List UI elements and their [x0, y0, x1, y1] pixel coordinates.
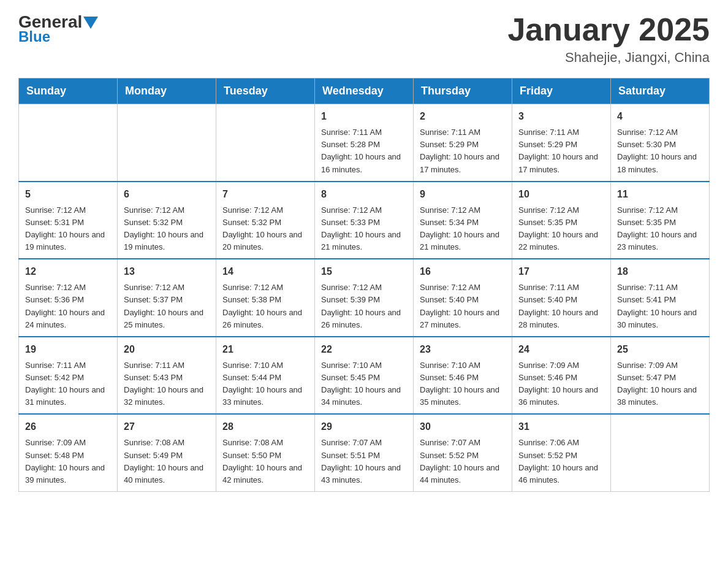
- calendar-cell: 29Sunrise: 7:07 AM Sunset: 5:51 PM Dayli…: [315, 414, 414, 491]
- day-number: 25: [617, 342, 703, 357]
- calendar-cell: 14Sunrise: 7:12 AM Sunset: 5:38 PM Dayli…: [216, 259, 315, 337]
- day-info: Sunrise: 7:12 AM Sunset: 5:35 PM Dayligh…: [617, 204, 703, 254]
- page-header: General Blue January 2025 Shahejie, Jian…: [18, 12, 710, 66]
- day-number: 2: [420, 109, 506, 124]
- calendar-cell: 2Sunrise: 7:11 AM Sunset: 5:29 PM Daylig…: [414, 104, 512, 182]
- calendar-cell: 1Sunrise: 7:11 AM Sunset: 5:28 PM Daylig…: [315, 104, 414, 182]
- calendar-week-row: 26Sunrise: 7:09 AM Sunset: 5:48 PM Dayli…: [19, 414, 710, 491]
- calendar-cell: 24Sunrise: 7:09 AM Sunset: 5:46 PM Dayli…: [512, 337, 611, 415]
- day-info: Sunrise: 7:06 AM Sunset: 5:52 PM Dayligh…: [518, 437, 604, 486]
- calendar-cell: 8Sunrise: 7:12 AM Sunset: 5:33 PM Daylig…: [315, 182, 414, 259]
- day-info: Sunrise: 7:11 AM Sunset: 5:43 PM Dayligh…: [124, 359, 210, 409]
- day-number: 11: [617, 187, 703, 202]
- day-number: 3: [518, 109, 604, 124]
- calendar-cell: 16Sunrise: 7:12 AM Sunset: 5:40 PM Dayli…: [414, 259, 512, 337]
- calendar-cell: 19Sunrise: 7:11 AM Sunset: 5:42 PM Dayli…: [19, 337, 118, 415]
- calendar-cell: [611, 414, 710, 491]
- calendar-cell: 28Sunrise: 7:08 AM Sunset: 5:50 PM Dayli…: [216, 414, 315, 491]
- day-info: Sunrise: 7:12 AM Sunset: 5:37 PM Dayligh…: [124, 282, 210, 331]
- calendar-cell: 20Sunrise: 7:11 AM Sunset: 5:43 PM Dayli…: [118, 337, 216, 415]
- day-info: Sunrise: 7:12 AM Sunset: 5:39 PM Dayligh…: [321, 282, 407, 331]
- calendar-table: SundayMondayTuesdayWednesdayThursdayFrid…: [18, 78, 710, 492]
- day-of-week-header: Friday: [512, 79, 611, 104]
- calendar-cell: 5Sunrise: 7:12 AM Sunset: 5:31 PM Daylig…: [19, 182, 118, 259]
- day-info: Sunrise: 7:11 AM Sunset: 5:40 PM Dayligh…: [518, 282, 604, 331]
- day-info: Sunrise: 7:09 AM Sunset: 5:47 PM Dayligh…: [617, 359, 703, 409]
- day-of-week-header: Saturday: [611, 79, 710, 104]
- day-info: Sunrise: 7:10 AM Sunset: 5:44 PM Dayligh…: [222, 359, 308, 409]
- calendar-cell: 13Sunrise: 7:12 AM Sunset: 5:37 PM Dayli…: [118, 259, 216, 337]
- calendar-week-row: 12Sunrise: 7:12 AM Sunset: 5:36 PM Dayli…: [19, 259, 710, 337]
- day-info: Sunrise: 7:09 AM Sunset: 5:48 PM Dayligh…: [25, 437, 111, 486]
- calendar-cell: [216, 104, 315, 182]
- calendar-week-row: 1Sunrise: 7:11 AM Sunset: 5:28 PM Daylig…: [19, 104, 710, 182]
- calendar-cell: 26Sunrise: 7:09 AM Sunset: 5:48 PM Dayli…: [19, 414, 118, 491]
- day-number: 7: [222, 187, 308, 202]
- day-info: Sunrise: 7:12 AM Sunset: 5:38 PM Dayligh…: [222, 282, 308, 331]
- calendar-cell: 10Sunrise: 7:12 AM Sunset: 5:35 PM Dayli…: [512, 182, 611, 259]
- day-info: Sunrise: 7:10 AM Sunset: 5:46 PM Dayligh…: [420, 359, 506, 409]
- calendar-week-row: 5Sunrise: 7:12 AM Sunset: 5:31 PM Daylig…: [19, 182, 710, 259]
- day-number: 14: [222, 264, 308, 279]
- logo: General Blue: [18, 12, 98, 45]
- day-info: Sunrise: 7:11 AM Sunset: 5:42 PM Dayligh…: [25, 359, 111, 409]
- day-number: 20: [124, 342, 210, 357]
- day-info: Sunrise: 7:07 AM Sunset: 5:52 PM Dayligh…: [420, 437, 506, 486]
- day-number: 28: [222, 419, 308, 434]
- day-number: 26: [25, 419, 111, 434]
- day-number: 21: [222, 342, 308, 357]
- calendar-cell: [19, 104, 118, 182]
- calendar-cell: 11Sunrise: 7:12 AM Sunset: 5:35 PM Dayli…: [611, 182, 710, 259]
- day-info: Sunrise: 7:12 AM Sunset: 5:36 PM Dayligh…: [25, 282, 111, 331]
- calendar-cell: 21Sunrise: 7:10 AM Sunset: 5:44 PM Dayli…: [216, 337, 315, 415]
- day-number: 1: [321, 109, 407, 124]
- calendar-week-row: 19Sunrise: 7:11 AM Sunset: 5:42 PM Dayli…: [19, 337, 710, 415]
- day-of-week-header: Monday: [118, 79, 216, 104]
- day-number: 15: [321, 264, 407, 279]
- day-number: 17: [518, 264, 604, 279]
- title-section: January 2025 Shahejie, Jiangxi, China: [507, 12, 710, 66]
- day-info: Sunrise: 7:07 AM Sunset: 5:51 PM Dayligh…: [321, 437, 407, 486]
- day-number: 19: [25, 342, 111, 357]
- calendar-cell: 17Sunrise: 7:11 AM Sunset: 5:40 PM Dayli…: [512, 259, 611, 337]
- day-number: 30: [420, 419, 506, 434]
- day-number: 13: [124, 264, 210, 279]
- calendar-cell: 6Sunrise: 7:12 AM Sunset: 5:32 PM Daylig…: [118, 182, 216, 259]
- day-info: Sunrise: 7:08 AM Sunset: 5:50 PM Dayligh…: [222, 437, 308, 486]
- day-info: Sunrise: 7:12 AM Sunset: 5:31 PM Dayligh…: [25, 204, 111, 254]
- day-number: 5: [25, 187, 111, 202]
- day-info: Sunrise: 7:12 AM Sunset: 5:35 PM Dayligh…: [518, 204, 604, 254]
- calendar-cell: 9Sunrise: 7:12 AM Sunset: 5:34 PM Daylig…: [414, 182, 512, 259]
- calendar-cell: 12Sunrise: 7:12 AM Sunset: 5:36 PM Dayli…: [19, 259, 118, 337]
- day-number: 10: [518, 187, 604, 202]
- calendar-cell: 31Sunrise: 7:06 AM Sunset: 5:52 PM Dayli…: [512, 414, 611, 491]
- logo-blue: Blue: [18, 28, 50, 45]
- day-info: Sunrise: 7:08 AM Sunset: 5:49 PM Dayligh…: [124, 437, 210, 486]
- day-of-week-header: Sunday: [19, 79, 118, 104]
- day-number: 31: [518, 419, 604, 434]
- calendar-cell: [118, 104, 216, 182]
- day-info: Sunrise: 7:12 AM Sunset: 5:33 PM Dayligh…: [321, 204, 407, 254]
- svg-marker-0: [83, 17, 98, 29]
- calendar-cell: 18Sunrise: 7:11 AM Sunset: 5:41 PM Dayli…: [611, 259, 710, 337]
- day-number: 9: [420, 187, 506, 202]
- calendar-cell: 23Sunrise: 7:10 AM Sunset: 5:46 PM Dayli…: [414, 337, 512, 415]
- day-info: Sunrise: 7:12 AM Sunset: 5:32 PM Dayligh…: [124, 204, 210, 254]
- calendar-cell: 30Sunrise: 7:07 AM Sunset: 5:52 PM Dayli…: [414, 414, 512, 491]
- calendar-cell: 22Sunrise: 7:10 AM Sunset: 5:45 PM Dayli…: [315, 337, 414, 415]
- day-of-week-header: Thursday: [414, 79, 512, 104]
- day-number: 12: [25, 264, 111, 279]
- calendar-cell: 15Sunrise: 7:12 AM Sunset: 5:39 PM Dayli…: [315, 259, 414, 337]
- day-info: Sunrise: 7:09 AM Sunset: 5:46 PM Dayligh…: [518, 359, 604, 409]
- calendar-cell: 3Sunrise: 7:11 AM Sunset: 5:29 PM Daylig…: [512, 104, 611, 182]
- day-number: 29: [321, 419, 407, 434]
- calendar-cell: 4Sunrise: 7:12 AM Sunset: 5:30 PM Daylig…: [611, 104, 710, 182]
- day-number: 18: [617, 264, 703, 279]
- month-year-title: January 2025: [507, 12, 710, 47]
- day-of-week-header: Wednesday: [315, 79, 414, 104]
- day-info: Sunrise: 7:11 AM Sunset: 5:41 PM Dayligh…: [617, 282, 703, 331]
- calendar-header-row: SundayMondayTuesdayWednesdayThursdayFrid…: [19, 79, 710, 104]
- day-info: Sunrise: 7:11 AM Sunset: 5:29 PM Dayligh…: [518, 126, 604, 176]
- day-number: 6: [124, 187, 210, 202]
- day-info: Sunrise: 7:12 AM Sunset: 5:34 PM Dayligh…: [420, 204, 506, 254]
